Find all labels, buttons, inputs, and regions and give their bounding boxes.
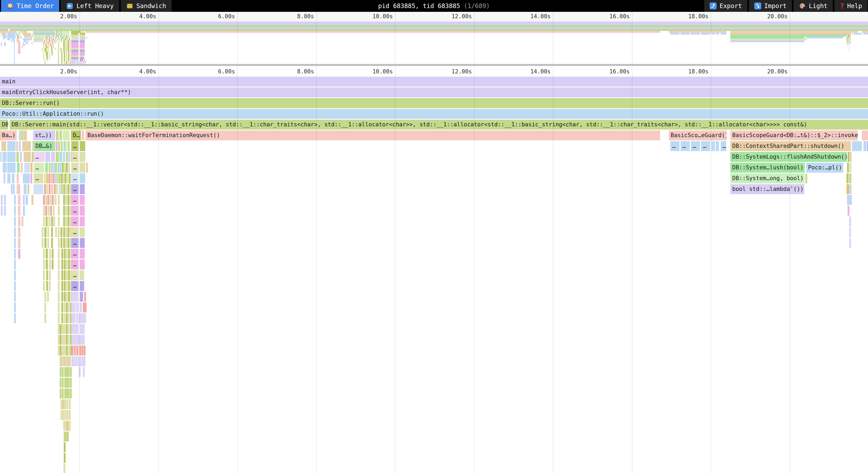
flame-bar[interactable] <box>67 206 69 216</box>
flame-bar[interactable] <box>4 206 6 216</box>
flame-bar[interactable] <box>64 292 66 302</box>
flame-bar[interactable] <box>53 163 55 172</box>
flame-bar[interactable] <box>80 217 85 226</box>
flame-bar[interactable] <box>58 335 60 345</box>
flame-bar[interactable] <box>60 356 62 366</box>
tab-left-heavy[interactable]: Left Heavy <box>61 0 119 12</box>
flame-bar[interactable] <box>81 335 83 345</box>
flame-bar[interactable]: DB::ContextSharedPart::shutdown() <box>730 141 851 151</box>
flame-bar[interactable] <box>85 303 87 312</box>
flame-bar[interactable] <box>50 206 52 216</box>
flame-bar[interactable] <box>84 313 86 323</box>
flame-bar[interactable] <box>23 206 25 216</box>
flame-bar[interactable] <box>64 259 66 270</box>
flame-bar[interactable] <box>68 388 70 399</box>
flame-bar[interactable] <box>80 227 85 237</box>
flame-bar[interactable] <box>54 184 56 194</box>
flame-bar[interactable] <box>80 270 84 280</box>
flame-bar[interactable]: … <box>670 141 680 151</box>
flame-bar[interactable] <box>73 356 75 366</box>
flame-bar[interactable] <box>80 206 85 216</box>
flame-bar[interactable]: bool std::…lambda'()) <box>730 184 804 194</box>
flame-bar[interactable] <box>66 152 68 162</box>
flame-bar[interactable] <box>67 238 69 248</box>
flame-bar[interactable] <box>58 206 60 216</box>
flame-bar[interactable] <box>849 238 851 248</box>
flame-bar[interactable] <box>77 335 79 345</box>
flame-bar[interactable]: … <box>691 141 700 151</box>
flame-bar[interactable] <box>73 335 75 345</box>
flame-bar[interactable] <box>21 163 23 172</box>
flame-bar[interactable] <box>58 249 60 259</box>
flame-bar[interactable] <box>61 227 62 237</box>
flame-bar[interactable] <box>61 249 63 259</box>
flame-bar[interactable] <box>80 281 84 291</box>
flame-bar[interactable] <box>84 356 86 366</box>
flame-bar[interactable] <box>58 227 60 237</box>
flame-bar[interactable] <box>47 195 49 205</box>
flame-bar[interactable] <box>61 313 63 323</box>
flame-bar[interactable] <box>83 335 85 345</box>
flame-bar[interactable] <box>83 303 85 312</box>
flame-bar[interactable] <box>14 270 16 280</box>
flame-bar[interactable] <box>53 217 55 226</box>
flame-bar[interactable] <box>862 130 868 140</box>
flame-bar[interactable] <box>66 335 68 345</box>
flame-bar[interactable]: … <box>34 174 43 183</box>
flame-bar[interactable] <box>63 130 70 140</box>
flame-bar[interactable] <box>80 238 85 248</box>
flame-bar[interactable] <box>17 184 20 194</box>
flame-bar[interactable] <box>68 259 70 270</box>
flame-bar[interactable] <box>66 270 68 280</box>
flame-bar[interactable] <box>63 421 65 431</box>
flame-bar[interactable] <box>51 163 53 172</box>
flame-bar[interactable] <box>58 163 59 172</box>
flame-bar[interactable] <box>850 184 851 194</box>
flame-bar[interactable] <box>1 206 3 216</box>
flame-bar[interactable] <box>58 292 60 302</box>
flame-bar[interactable] <box>59 152 62 162</box>
flame-bar[interactable] <box>14 227 16 237</box>
flame-bar[interactable] <box>63 464 65 473</box>
flame-bar[interactable] <box>67 184 69 194</box>
flame-bar[interactable] <box>58 217 60 226</box>
flame-bar[interactable] <box>66 303 68 312</box>
flame-bar[interactable] <box>49 259 51 270</box>
pane-resize-handle[interactable] <box>0 64 868 66</box>
flame-bar[interactable] <box>74 346 76 355</box>
flame-bar[interactable] <box>18 206 21 216</box>
flame-bar[interactable] <box>14 195 16 205</box>
flame-bar[interactable] <box>24 163 30 172</box>
flame-bar[interactable] <box>82 313 84 323</box>
flame-bar[interactable] <box>68 141 70 151</box>
flame-bar[interactable] <box>68 281 70 291</box>
flame-bar[interactable] <box>57 174 59 183</box>
flame-bar[interactable] <box>43 249 45 259</box>
flame-bar[interactable] <box>68 152 70 162</box>
flame-bar[interactable] <box>64 388 66 399</box>
flame-bar[interactable] <box>7 174 10 183</box>
flame-bar[interactable] <box>67 174 68 183</box>
flame-bar[interactable]: … <box>71 141 79 151</box>
flame-bar[interactable]: … <box>71 227 79 237</box>
flame-bar[interactable] <box>70 367 72 377</box>
flame-bar[interactable] <box>52 249 54 259</box>
flame-bar[interactable] <box>44 174 46 183</box>
export-button[interactable]: Export <box>704 0 747 12</box>
flame-bar[interactable] <box>64 281 66 291</box>
flame-bar[interactable] <box>67 432 69 442</box>
flame-bar[interactable] <box>18 249 21 259</box>
flame-bar[interactable] <box>64 346 66 355</box>
flame-bar[interactable] <box>71 356 73 366</box>
flame-bar[interactable] <box>68 303 70 312</box>
flame-bar[interactable] <box>66 249 68 259</box>
flame-bar[interactable] <box>67 195 69 205</box>
flame-bar[interactable] <box>44 227 46 237</box>
flame-bar[interactable] <box>60 324 62 334</box>
flame-bar[interactable] <box>60 388 62 399</box>
flame-bar[interactable] <box>64 335 66 345</box>
flame-bar[interactable] <box>59 184 61 194</box>
flame-bar[interactable] <box>55 227 57 237</box>
flame-bar[interactable]: DB…&) <box>34 141 55 151</box>
flame-bar[interactable] <box>63 227 65 237</box>
